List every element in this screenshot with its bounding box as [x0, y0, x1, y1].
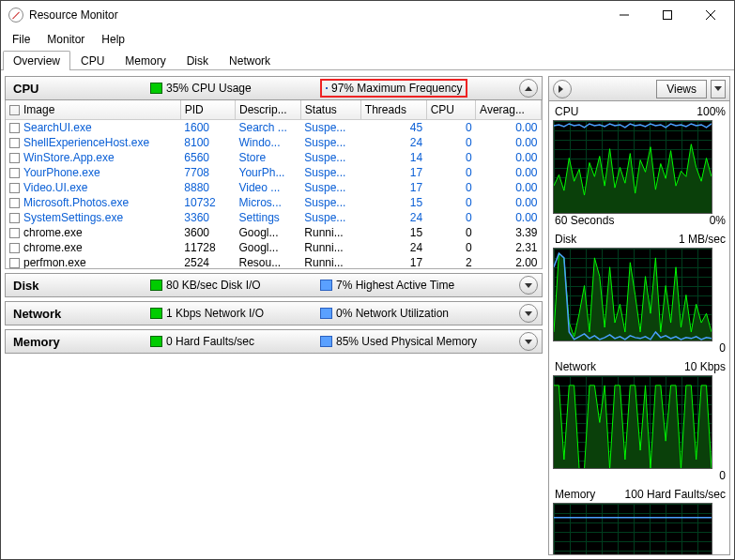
disk-title: Disk: [13, 279, 145, 293]
graph-pane-header: Views: [549, 77, 729, 101]
cpu-table: Image PID Descrip... Status Threads CPU …: [5, 100, 543, 269]
graph-network: Network10 Kbps0: [553, 358, 727, 484]
tab-disk[interactable]: Disk: [176, 51, 219, 70]
tab-overview[interactable]: Overview: [3, 51, 70, 70]
graph-pane-collapse[interactable]: [553, 80, 572, 98]
memory-collapse-button[interactable]: [519, 332, 538, 351]
close-button[interactable]: [689, 1, 732, 29]
maximize-button[interactable]: [646, 1, 689, 29]
graph-scroll-area[interactable]: CPU100%60 Seconds0%Disk1 MB/sec0Network1…: [549, 101, 729, 554]
col-cpu[interactable]: CPU: [426, 100, 475, 120]
chevron-right-icon: [559, 85, 567, 93]
views-dropdown[interactable]: [711, 80, 726, 98]
graph-scale: 1 MB/sec: [679, 233, 726, 246]
table-row[interactable]: perfmon.exe2524Resou...Runni...1722.00: [6, 255, 542, 268]
col-desc[interactable]: Descrip...: [235, 100, 300, 120]
net-swatch2: [320, 308, 332, 319]
header-checkbox[interactable]: [9, 105, 20, 115]
row-checkbox[interactable]: [9, 258, 20, 268]
row-checkbox[interactable]: [9, 123, 20, 133]
chevron-down-icon: [525, 311, 532, 316]
tab-strip: Overview CPU Memory Disk Network: [1, 50, 734, 70]
mem-swatch2: [320, 336, 332, 347]
cpu-title: CPU: [13, 82, 145, 96]
cpu-usage-swatch: [150, 83, 162, 94]
menu-file[interactable]: File: [5, 31, 38, 48]
table-row[interactable]: WinStore.App.exe6560StoreSuspe...1400.00: [6, 150, 542, 165]
col-avg[interactable]: Averag...: [476, 100, 542, 120]
mem-stat2: 85% Used Physical Memory: [336, 335, 477, 348]
row-checkbox[interactable]: [9, 198, 20, 208]
network-collapse-button[interactable]: [519, 304, 538, 323]
row-checkbox[interactable]: [9, 168, 20, 178]
graph-canvas: [553, 248, 712, 341]
svg-rect-1: [664, 11, 672, 20]
chevron-down-icon: [714, 86, 722, 91]
row-checkbox[interactable]: [9, 138, 20, 148]
cpu-freq-highlight: 97% Maximum Frequency: [320, 79, 467, 98]
mem-stat1: 0 Hard Faults/sec: [166, 335, 254, 348]
table-header-row: Image PID Descrip... Status Threads CPU …: [6, 100, 542, 120]
mem-swatch1: [150, 336, 162, 347]
chevron-down-icon: [525, 283, 532, 288]
graph-label: Memory: [555, 488, 595, 501]
menu-help[interactable]: Help: [94, 31, 132, 48]
row-checkbox[interactable]: [9, 228, 20, 238]
network-title: Network: [13, 307, 145, 321]
col-pid[interactable]: PID: [180, 100, 235, 120]
views-button[interactable]: Views: [656, 80, 707, 98]
graph-label: Disk: [555, 233, 576, 246]
graph-canvas: [553, 375, 712, 469]
graph-axis-right: 0: [719, 341, 726, 355]
cpu-freq-swatch: [326, 87, 328, 89]
cpu-table-scroll[interactable]: Image PID Descrip... Status Threads CPU …: [6, 100, 542, 268]
graph-label: Network: [555, 360, 596, 373]
table-row[interactable]: Microsoft.Photos.exe10732Micros...Suspe.…: [6, 195, 542, 210]
cpu-usage-text: 35% CPU Usage: [166, 82, 252, 95]
col-status[interactable]: Status: [300, 100, 360, 120]
disk-stat2: 7% Highest Active Time: [336, 279, 454, 292]
app-icon: [8, 8, 23, 23]
minimize-button[interactable]: [603, 1, 646, 29]
disk-swatch2: [320, 280, 332, 291]
graph-scale: 10 Kbps: [684, 360, 726, 373]
graph-label: CPU: [555, 105, 578, 118]
cpu-section-header[interactable]: CPU 35% CPU Usage 97% Maximum Frequency: [5, 76, 543, 100]
disk-section-header[interactable]: Disk 80 KB/sec Disk I/O 7% Highest Activ…: [5, 273, 543, 297]
tab-network[interactable]: Network: [219, 51, 281, 70]
graph-disk: Disk1 MB/sec0: [553, 231, 727, 356]
table-row[interactable]: ShellExperienceHost.exe8100Windo...Suspe…: [6, 135, 542, 150]
tab-cpu[interactable]: CPU: [70, 51, 115, 70]
titlebar: Resource Monitor: [1, 1, 734, 29]
disk-swatch1: [150, 280, 162, 291]
table-row[interactable]: Video.UI.exe8880Video ...Suspe...1700.00: [6, 180, 542, 195]
cpu-freq-text: 97% Maximum Frequency: [331, 82, 462, 95]
net-swatch1: [150, 308, 162, 319]
net-stat1: 1 Kbps Network I/O: [166, 307, 264, 320]
table-row[interactable]: SearchUI.exe1600Search ...Suspe...4500.0…: [6, 120, 542, 136]
graph-canvas: [553, 503, 712, 554]
net-stat2: 0% Network Utilization: [336, 307, 449, 320]
table-row[interactable]: chrome.exe3600Googl...Runni...1503.39: [6, 225, 542, 240]
col-image[interactable]: Image: [6, 100, 180, 120]
table-row[interactable]: SystemSettings.exe3360SettingsSuspe...24…: [6, 210, 542, 225]
graph-axis-right: 0%: [710, 214, 726, 227]
graph-memory: Memory100 Hard Faults/sec: [553, 486, 727, 554]
row-checkbox[interactable]: [9, 213, 20, 223]
row-checkbox[interactable]: [9, 243, 20, 253]
row-checkbox[interactable]: [9, 153, 20, 163]
menu-monitor[interactable]: Monitor: [39, 31, 92, 48]
memory-section-header[interactable]: Memory 0 Hard Faults/sec 85% Used Physic…: [5, 329, 543, 354]
graph-scale: 100 Hard Faults/sec: [625, 488, 726, 501]
network-section-header[interactable]: Network 1 Kbps Network I/O 0% Network Ut…: [5, 301, 543, 325]
table-row[interactable]: YourPhone.exe7708YourPh...Suspe...1700.0…: [6, 165, 542, 180]
tab-memory[interactable]: Memory: [115, 51, 176, 70]
graph-axis-left: 60 Seconds: [555, 214, 614, 227]
menubar: File Monitor Help: [1, 29, 734, 50]
graph-cpu: CPU100%60 Seconds0%: [553, 103, 727, 229]
table-row[interactable]: chrome.exe11728Googl...Runni...2402.31: [6, 240, 542, 255]
col-threads[interactable]: Threads: [360, 100, 426, 120]
cpu-collapse-button[interactable]: [519, 79, 538, 98]
row-checkbox[interactable]: [9, 183, 20, 193]
disk-collapse-button[interactable]: [519, 276, 538, 295]
